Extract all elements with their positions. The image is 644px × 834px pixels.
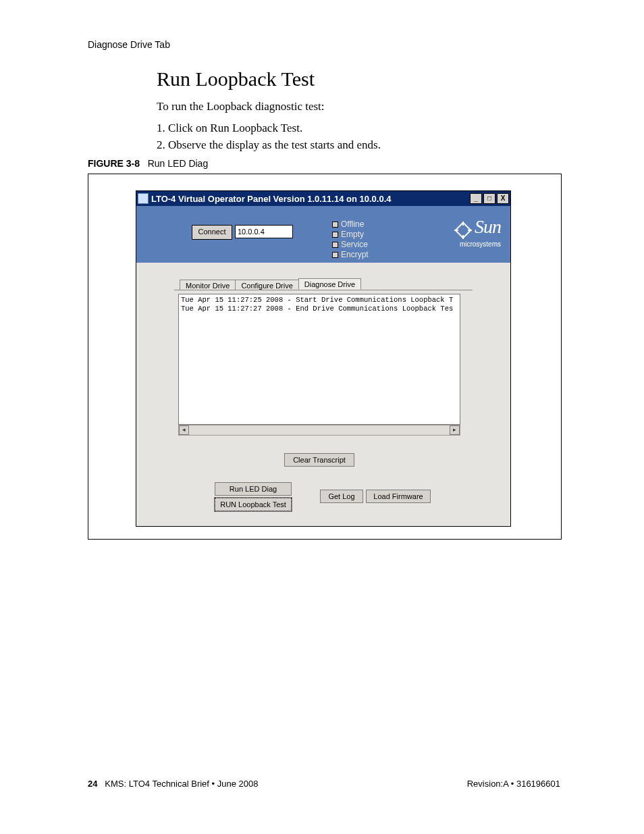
page-title: Run Loopback Test: [157, 68, 315, 90]
led-icon: [332, 232, 338, 238]
status-service: Service: [332, 240, 369, 250]
maximize-button[interactable]: □: [483, 193, 495, 204]
transcript-line: Tue Apr 15 11:27:27 2008 - End Drive Com…: [181, 305, 458, 313]
get-log-button[interactable]: Get Log: [320, 490, 363, 503]
sun-text: Sun: [475, 216, 501, 237]
step-2: 2. Observe the display as the test start…: [157, 138, 381, 152]
figure-caption: FIGURE 3-8 Run LED Diag: [88, 158, 208, 169]
sun-subtext: microsystems: [454, 240, 501, 248]
scroll-left-icon[interactable]: ◂: [179, 425, 189, 435]
step-1: 1. Click on Run Loopback Test.: [157, 122, 302, 135]
close-button[interactable]: X: [497, 193, 509, 204]
led-icon: [332, 242, 338, 248]
status-indicators: Offline Empty Service Encrypt: [332, 219, 369, 260]
transcript-line: Tue Apr 15 11:27:25 2008 - Start Drive C…: [181, 296, 458, 305]
footer-doc: KMS: LTO4 Technical Brief • June 2008: [105, 779, 258, 789]
tab-divider: [174, 290, 473, 290]
footer-right: Revision:A • 316196601: [467, 779, 560, 789]
led-icon: [332, 221, 338, 228]
transcript-area[interactable]: Tue Apr 15 11:27:25 2008 - Start Drive C…: [178, 294, 460, 425]
clear-transcript-button[interactable]: Clear Transcript: [284, 453, 354, 467]
connect-button[interactable]: Connect: [192, 225, 232, 240]
titlebar[interactable]: LTO-4 Virtual Operator Panel Version 1.0…: [136, 191, 510, 206]
breadcrumb: Diagnose Drive Tab: [88, 39, 170, 50]
scroll-right-icon[interactable]: ▸: [450, 425, 460, 435]
window-controls: _ □ X: [470, 193, 509, 204]
document-page: Diagnose Drive Tab Run Loopback Test To …: [0, 0, 644, 834]
figure-frame: LTO-4 Virtual Operator Panel Version 1.0…: [88, 174, 562, 540]
status-encrypt: Encrypt: [332, 250, 369, 260]
window-title: LTO-4 Virtual Operator Panel Version 1.0…: [151, 194, 470, 204]
ip-input[interactable]: 10.0.0.4: [235, 225, 293, 238]
minimize-button[interactable]: _: [470, 193, 482, 204]
status-offline: Offline: [332, 219, 369, 230]
load-firmware-button[interactable]: Load Firmware: [366, 490, 431, 503]
page-number: 24: [88, 779, 97, 789]
tab-bar: Monitor Drive Configure Drive Diagnose D…: [180, 276, 360, 290]
tab-diagnose-drive[interactable]: Diagnose Drive: [298, 278, 361, 290]
figure-title: Run LED Diag: [148, 158, 209, 169]
run-led-diag-button[interactable]: Run LED Diag: [215, 482, 292, 496]
status-empty: Empty: [332, 230, 369, 240]
tab-configure-drive[interactable]: Configure Drive: [235, 280, 298, 290]
figure-label: FIGURE 3-8: [88, 158, 140, 169]
horizontal-scrollbar[interactable]: ◂ ▸: [178, 425, 460, 436]
run-loopback-test-button[interactable]: RUN Loopback Test: [215, 498, 292, 511]
app-window: LTO-4 Virtual Operator Panel Version 1.0…: [136, 190, 511, 527]
header-panel: Connect 10.0.0.4 Offline Empty Service E…: [136, 206, 510, 263]
intro-text: To run the Loopback diagnostic test:: [157, 100, 325, 113]
footer-left: 24 KMS: LTO4 Technical Brief • June 2008: [88, 779, 258, 789]
sun-icon: [454, 221, 472, 240]
led-icon: [332, 252, 338, 258]
java-icon: [138, 193, 149, 204]
tab-monitor-drive[interactable]: Monitor Drive: [180, 280, 236, 290]
sun-logo: Sun microsystems: [454, 218, 501, 248]
